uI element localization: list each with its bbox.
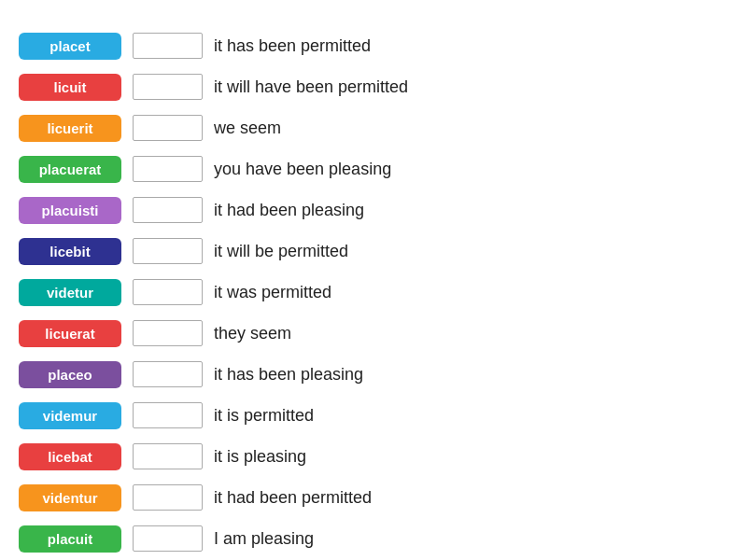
latin-button-licuit[interactable]: licuit: [19, 74, 121, 101]
latin-button-licuerit[interactable]: licuerit: [19, 115, 121, 142]
match-row: licebatit is pleasing: [19, 439, 728, 474]
latin-button-videntur[interactable]: videntur: [19, 484, 121, 511]
answer-box-placuit[interactable]: [133, 525, 203, 552]
answer-box-licuit[interactable]: [133, 74, 203, 100]
answer-box-placet[interactable]: [133, 33, 203, 59]
answer-box-videtur[interactable]: [133, 279, 203, 305]
match-row: placuistiit had been pleasing: [19, 192, 728, 228]
latin-button-licebat[interactable]: licebat: [19, 443, 121, 470]
english-label-placuisti: it had been pleasing: [214, 201, 364, 220]
match-row: videmurit is permitted: [19, 398, 728, 433]
latin-button-placuit[interactable]: placuit: [19, 525, 121, 553]
latin-button-videtur[interactable]: videtur: [19, 279, 121, 306]
match-row: videturit was permitted: [19, 274, 728, 310]
english-label-licebat: it is pleasing: [214, 447, 306, 467]
match-row: placuitI am pleasing: [19, 521, 728, 556]
answer-box-licuerit[interactable]: [133, 115, 203, 141]
english-label-placuerat: you have been pleasing: [214, 160, 391, 179]
match-row: placueratyou have been pleasing: [19, 151, 728, 187]
match-row: licebitit will be permitted: [19, 233, 728, 269]
match-row: licueratthey seem: [19, 315, 728, 351]
answer-box-videntur[interactable]: [133, 484, 203, 511]
answer-box-licuerat[interactable]: [133, 320, 203, 346]
latin-button-placuisti[interactable]: placuisti: [19, 197, 121, 224]
english-label-videntur: it had been permitted: [214, 488, 372, 508]
english-label-placuit: I am pleasing: [214, 529, 314, 549]
latin-button-placuerat[interactable]: placuerat: [19, 156, 121, 183]
answer-box-placuisti[interactable]: [133, 197, 203, 223]
english-label-videmur: it is permitted: [214, 406, 314, 426]
latin-button-placeo[interactable]: placeo: [19, 361, 121, 388]
latin-button-licuerat[interactable]: licuerat: [19, 320, 121, 347]
english-label-placet: it has been permitted: [214, 36, 371, 56]
latin-button-videmur[interactable]: videmur: [19, 402, 121, 429]
answer-box-licebit[interactable]: [133, 238, 203, 264]
answer-box-licebat[interactable]: [133, 443, 203, 469]
answer-box-videmur[interactable]: [133, 402, 203, 428]
english-label-licebit: it will be permitted: [214, 242, 348, 261]
english-label-videtur: it was permitted: [214, 283, 331, 302]
latin-button-licebit[interactable]: licebit: [19, 238, 121, 265]
english-label-licuit: it will have been permitted: [214, 77, 408, 97]
answer-box-placeo[interactable]: [133, 361, 203, 387]
english-label-licuerit: we seem: [214, 119, 281, 138]
match-list: placetit has been permittedlicuitit will…: [19, 28, 728, 560]
match-row: licuitit will have been permitted: [19, 69, 728, 105]
match-row: placetit has been permitted: [19, 28, 728, 63]
match-row: placeoit has been pleasing: [19, 357, 728, 392]
match-row: videnturit had been permitted: [19, 480, 728, 515]
latin-button-placet[interactable]: placet: [19, 33, 121, 60]
english-label-licuerat: they seem: [214, 324, 291, 343]
answer-box-placuerat[interactable]: [133, 156, 203, 182]
match-row: licueritwe seem: [19, 110, 728, 146]
english-label-placeo: it has been pleasing: [214, 365, 363, 385]
